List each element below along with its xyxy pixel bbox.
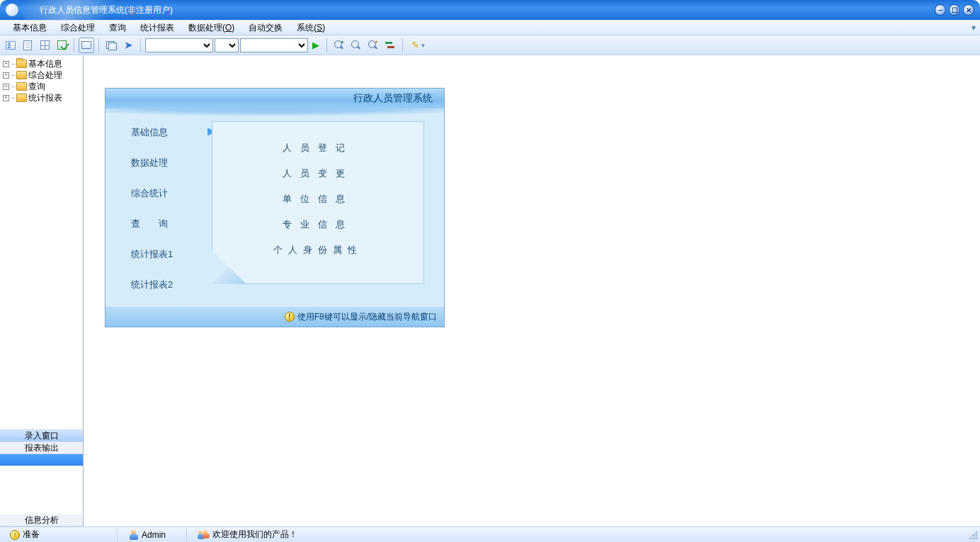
tree-connector: ····	[11, 72, 15, 79]
nav-menu-data[interactable]: 数据处理	[117, 147, 202, 178]
tree-item-label: 统计报表	[28, 92, 62, 104]
sidebar-tab-selected[interactable]	[0, 454, 83, 466]
tree-connector: ····	[11, 83, 15, 90]
toolbar-combo-3[interactable]	[240, 38, 308, 52]
nav-menu-report1[interactable]: 统计报表1	[117, 239, 202, 269]
nav-menu-stats[interactable]: 综合统计	[117, 178, 202, 208]
tree-connector: ····	[11, 94, 15, 101]
toolbar-tree-icon[interactable]	[3, 38, 18, 53]
nav-opt-major[interactable]: 专业信息	[283, 218, 353, 231]
toolbar-check-icon[interactable]	[54, 38, 69, 53]
expand-icon[interactable]: +	[3, 72, 9, 79]
menu-query[interactable]: 查询	[102, 21, 133, 35]
navigator-options: 人员登记 人员变更 单位信息 专业信息 个人身份属性	[212, 122, 423, 256]
maximize-button[interactable]: ☐	[949, 4, 960, 16]
tree-connector: ····	[11, 60, 15, 67]
toolbar-separator	[140, 38, 141, 52]
toolbar-cascade-icon[interactable]	[103, 38, 119, 53]
menu-basic-info[interactable]: 基本信息	[6, 21, 54, 35]
sidebar-tab-report[interactable]: 报表输出	[0, 442, 83, 454]
toolbar-edit-dropdown-icon[interactable]: ▾	[421, 42, 425, 49]
menu-composite[interactable]: 综合处理	[54, 21, 102, 35]
toolbar-run-icon[interactable]: ▶	[312, 40, 319, 50]
content-area: 行政人员管理系统 基础信息 数据处理 综合统计 查 询 统计报表1 统计报表2 …	[84, 55, 980, 526]
status-ready-cell: ! 准备	[4, 527, 118, 542]
status-bar: ! 准备 Admin 欢迎使用我们的产品！	[0, 526, 980, 542]
tree-view: + ···· 基本信息 + ···· 综合处理 + ···· 查询 + ····	[0, 55, 83, 106]
navigator-body: 基础信息 数据处理 综合统计 查 询 统计报表1 统计报表2 人员登记 人员变更…	[106, 108, 444, 307]
menu-data-process[interactable]: 数据处理(O)	[181, 21, 241, 35]
nav-menu-basic[interactable]: 基础信息	[117, 117, 202, 147]
menu-bar: 基本信息 综合处理 查询 统计报表 数据处理(O) 自动交换 系统(S) ▾	[0, 20, 980, 35]
status-user-cell: Admin	[123, 527, 187, 542]
sidebar-tab-input[interactable]: 录入窗口	[0, 430, 83, 442]
menu-overflow-icon[interactable]: ▾	[967, 21, 980, 35]
toolbar-combo-1[interactable]	[145, 38, 213, 52]
status-ready-label: 准备	[23, 529, 40, 541]
nav-opt-identity[interactable]: 个人身份属性	[273, 244, 363, 256]
nav-menu-report2[interactable]: 统计报表2	[117, 269, 202, 300]
navigator-hint: 使用F8键可以显示/隐藏当前导航窗口	[297, 311, 437, 323]
menu-system[interactable]: 系统(S)	[290, 21, 332, 35]
app-icon	[6, 4, 18, 16]
tree-item-composite[interactable]: + ···· 综合处理	[1, 69, 81, 81]
toolbar-search-icon[interactable]	[348, 38, 364, 53]
navigator-page: 人员登记 人员变更 单位信息 专业信息 个人身份属性	[212, 121, 424, 284]
toolbar-search-people-icon[interactable]: ∘	[365, 38, 381, 53]
close-button[interactable]: ✕	[963, 4, 974, 16]
minimize-button[interactable]: –	[935, 4, 946, 16]
toolbar-swap-icon[interactable]	[382, 38, 398, 53]
toolbar-separator	[402, 38, 403, 52]
tree-item-query[interactable]: + ···· 查询	[1, 81, 81, 92]
sidebar-spacer	[0, 106, 83, 429]
nav-opt-unit[interactable]: 单位信息	[283, 193, 353, 205]
menu-auto-exchange[interactable]: 自动交换	[241, 21, 290, 35]
toolbar-separator	[98, 38, 99, 52]
folder-icon	[16, 82, 27, 91]
toolbar-doc-icon[interactable]	[20, 38, 35, 53]
toolbar-edit-icon[interactable]: ✎	[407, 38, 423, 53]
toolbar-separator	[326, 38, 327, 52]
nav-opt-change[interactable]: 人员变更	[283, 167, 353, 180]
folder-icon	[16, 94, 27, 102]
window-controls: – ☐ ✕	[935, 4, 974, 16]
expand-icon[interactable]: +	[3, 84, 9, 90]
status-welcome-label: 欢迎使用我们的产品！	[212, 529, 297, 541]
navigator-menu: 基础信息 数据处理 综合统计 查 询 统计报表1 统计报表2	[117, 117, 202, 300]
title-bar: 行政人员信息管理系统(非注册用户) – ☐ ✕	[0, 0, 980, 20]
status-welcome-cell: 欢迎使用我们的产品！	[193, 527, 976, 542]
nav-menu-query[interactable]: 查 询	[117, 208, 202, 239]
resize-grip-icon[interactable]	[969, 531, 979, 541]
tree-item-label: 查询	[28, 81, 45, 93]
menu-stats[interactable]: 统计报表	[133, 21, 181, 35]
status-user-label: Admin	[142, 530, 166, 540]
sidebar-tab-analysis[interactable]: 信息分析	[0, 514, 83, 526]
navigator-title: 行政人员管理系统	[106, 89, 444, 108]
hint-icon: !	[285, 312, 295, 322]
main-area: + ···· 基本信息 + ···· 综合处理 + ···· 查询 + ····	[0, 55, 980, 526]
status-ready-icon: !	[10, 530, 20, 540]
folder-open-icon	[16, 60, 27, 68]
expand-icon[interactable]: +	[3, 61, 9, 67]
toolbar-window-icon[interactable]	[79, 38, 94, 53]
window-title: 行政人员信息管理系统(非注册用户)	[40, 4, 173, 16]
toolbar-search-add-icon[interactable]: +	[331, 38, 347, 53]
expand-icon[interactable]: +	[3, 95, 9, 101]
users-icon	[198, 530, 210, 540]
sidebar: + ···· 基本信息 + ···· 综合处理 + ···· 查询 + ····	[0, 55, 84, 526]
toolbar-combo-2[interactable]	[215, 38, 239, 52]
tree-item-label: 基本信息	[28, 58, 62, 70]
sidebar-tabs: 录入窗口 报表输出 信息分析	[0, 429, 83, 526]
sidebar-gap	[0, 466, 83, 514]
navigator-panel: 行政人员管理系统 基础信息 数据处理 综合统计 查 询 统计报表1 统计报表2 …	[105, 88, 445, 327]
tree-item-basic-info[interactable]: + ···· 基本信息	[1, 58, 81, 69]
toolbar: ➤ ▶ + ∘ ✎ ▾	[0, 35, 980, 55]
navigator-footer: ! 使用F8键可以显示/隐藏当前导航窗口	[106, 307, 444, 327]
tree-item-stats[interactable]: + ···· 统计报表	[1, 92, 81, 103]
toolbar-forward-icon[interactable]: ➤	[120, 38, 136, 53]
user-icon	[129, 530, 139, 540]
toolbar-grid-icon[interactable]	[37, 38, 52, 53]
nav-opt-register[interactable]: 人员登记	[283, 142, 353, 154]
tree-item-label: 综合处理	[28, 69, 62, 81]
folder-icon	[16, 71, 27, 79]
